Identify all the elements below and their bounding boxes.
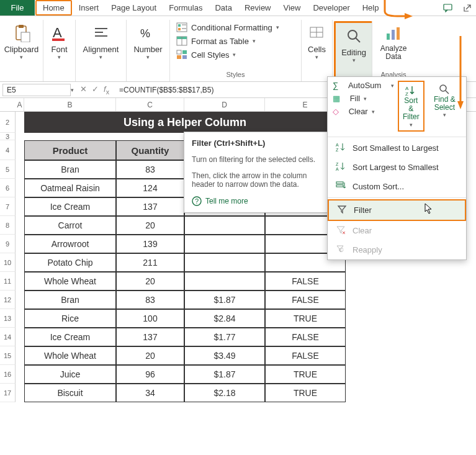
cell-product[interactable]: Potato Chip [24,253,116,272]
cell-product[interactable]: Whole Wheat [24,272,116,291]
cell-qty[interactable]: 83 [116,160,184,179]
cell-product[interactable]: Oatmeal Raisin [24,179,116,197]
tab-insert[interactable]: Insert [73,0,106,16]
tell-me-more-link[interactable]: ? Tell me more [192,196,330,206]
row-header[interactable]: 2 [0,112,16,133]
number-button[interactable]: % Number▾ [132,21,164,63]
col-header-d[interactable]: D [184,98,265,111]
autosum-button[interactable]: ∑ AutoSum ▾ [333,81,394,90]
tab-review[interactable]: Review [238,0,277,16]
sort-filter-button[interactable]: AZ Sort & Filter▾ [398,81,424,132]
cell-qty[interactable]: 20 [116,272,184,291]
sort-smallest-item[interactable]: AZSort Smallest to Largest [328,138,466,158]
cell-helper[interactable]: TRUE [265,309,346,328]
cell-price[interactable] [184,216,265,235]
cell-price[interactable]: $2.84 [184,309,265,328]
title-cell[interactable]: Using a Helper Column [24,112,346,133]
enter-formula-icon[interactable]: ✓ [92,84,99,96]
cell-price[interactable] [184,235,265,253]
header-product[interactable]: Product [24,140,116,160]
cell-helper[interactable]: TRUE [265,384,346,402]
custom-sort-item[interactable]: Custom Sort... [328,177,466,196]
row-header[interactable]: 4 [0,140,16,160]
fx-icon[interactable]: fx [104,84,109,96]
clear-button[interactable]: ◇ Clear▾ [333,107,394,116]
cell-qty[interactable]: 20 [116,346,184,365]
cell-helper[interactable]: FALSE [265,328,346,346]
row-header[interactable]: 17 [0,384,16,402]
cell-price[interactable]: $1.77 [184,328,265,346]
cell-price[interactable]: $1.87 [184,291,265,309]
editing-button[interactable]: Editing▾ [341,24,367,66]
cell-product[interactable]: Juice [24,365,116,384]
header-quantity[interactable]: Quantity [116,140,184,160]
namebox-dropdown-icon[interactable]: ▾ [71,87,74,93]
tab-home[interactable]: Home [35,0,72,16]
cell-qty[interactable]: 211 [116,253,184,272]
filter-item[interactable]: Filter [328,199,466,221]
share-button[interactable] [457,1,476,16]
row-header[interactable]: 13 [0,309,16,328]
row-header[interactable]: 15 [0,346,16,365]
row-header[interactable]: 14 [0,328,16,346]
row-header[interactable]: 5 [0,160,16,179]
name-box[interactable]: E5 [2,84,71,96]
cell-product[interactable]: Ice Cream [24,328,116,346]
cell-product[interactable]: Bran [24,160,116,179]
row-header[interactable]: 3 [0,133,16,140]
cell-product[interactable]: Bran [24,291,116,309]
tab-file[interactable]: File [0,0,35,16]
cell-styles-button[interactable]: Cell Styles▾ [175,50,237,60]
cell-product[interactable]: Rice [24,309,116,328]
comments-button[interactable] [439,1,457,16]
cells-button[interactable]: Cells▾ [307,21,327,63]
cell-price[interactable]: $2.18 [184,384,265,402]
cell-helper[interactable]: FALSE [265,291,346,309]
cell-product[interactable]: Ice Cream [24,197,116,216]
cell-price[interactable] [184,272,265,291]
cell-qty[interactable]: 20 [116,216,184,235]
cell-helper[interactable]: FALSE [265,272,346,291]
alignment-button[interactable]: Alignment▾ [81,21,121,63]
analyze-data-button[interactable]: Analyze Data [379,21,408,63]
tab-formulas[interactable]: Formulas [163,0,209,16]
cell-qty[interactable]: 137 [116,197,184,216]
cell-qty[interactable]: 83 [116,291,184,309]
cell-product[interactable]: Whole Wheat [24,346,116,365]
find-select-button[interactable]: Find & Select▾ [428,81,461,132]
row-header[interactable]: 16 [0,365,16,384]
conditional-formatting-button[interactable]: Conditional Formatting▾ [175,22,281,32]
fill-button[interactable]: ▦ Fill▾ [333,94,394,103]
tab-help[interactable]: Help [356,0,385,16]
cancel-formula-icon[interactable]: ✕ [80,84,87,96]
cell-qty[interactable]: 124 [116,179,184,197]
tab-pagelayout[interactable]: Page Layout [105,0,163,16]
cell-qty[interactable]: 139 [116,235,184,253]
row-header[interactable]: 11 [0,272,16,291]
col-header-a[interactable]: A [16,98,24,111]
row-header[interactable]: 7 [0,197,16,216]
sort-largest-item[interactable]: ZASort Largest to Smallest [328,158,466,177]
cell-qty[interactable]: 96 [116,365,184,384]
col-header-b[interactable]: B [24,98,116,111]
row-header[interactable]: 10 [0,253,16,272]
tab-view[interactable]: View [277,0,307,16]
cell-product[interactable]: Arrowroot [24,235,116,253]
cell-price[interactable] [184,253,265,272]
cell-qty[interactable]: 100 [116,309,184,328]
cell-helper[interactable]: FALSE [265,346,346,365]
row-header[interactable]: 12 [0,291,16,309]
cell-qty[interactable]: 34 [116,384,184,402]
clipboard-button[interactable]: Clipboard▾ [5,21,38,63]
font-button[interactable]: A Font▾ [48,21,70,63]
format-as-table-button[interactable]: Format as Table▾ [175,36,257,46]
cell-product[interactable]: Biscuit [24,384,116,402]
tab-developer[interactable]: Developer [307,0,356,16]
row-header[interactable]: 8 [0,216,16,235]
cell-product[interactable]: Carrot [24,216,116,235]
tab-data[interactable]: Data [209,0,238,16]
row-header[interactable]: 9 [0,235,16,253]
col-header-c[interactable]: C [116,98,184,111]
cell-helper[interactable]: TRUE [265,365,346,384]
cell-qty[interactable]: 137 [116,328,184,346]
